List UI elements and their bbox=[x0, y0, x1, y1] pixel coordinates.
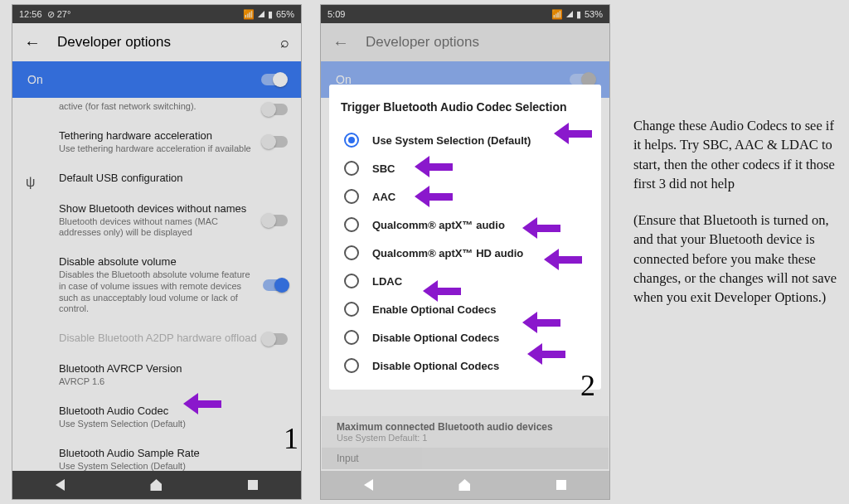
page-title: Developer options bbox=[57, 34, 264, 51]
dimmed-row: Input bbox=[322, 448, 609, 469]
status-right: 📶▮65% bbox=[243, 9, 294, 20]
list-item-audio-codec[interactable]: Bluetooth Audio Codec Use System Selecti… bbox=[12, 396, 301, 439]
annotation-arrow bbox=[415, 156, 454, 177]
annotation-arrow bbox=[522, 217, 562, 239]
status-right: 📶▮53% bbox=[551, 9, 603, 20]
item-subtitle: active (for fast network switching). bbox=[59, 101, 288, 113]
annotation-arrow bbox=[544, 249, 584, 270]
switch[interactable] bbox=[263, 104, 288, 115]
app-bar: ← Developer options bbox=[321, 23, 609, 61]
option-label: AAC bbox=[372, 191, 395, 203]
switch bbox=[263, 333, 288, 345]
back-icon: ← bbox=[332, 33, 349, 52]
usb-icon: ψ bbox=[26, 175, 35, 190]
list-item-usb[interactable]: ψ Default USB configuration bbox=[12, 163, 301, 194]
instructions-p2: (Ensure that Bluetooth is turned on, and… bbox=[633, 211, 842, 308]
nav-recent-icon[interactable] bbox=[556, 480, 566, 490]
radio-icon bbox=[344, 161, 359, 176]
option-label: Qualcomm® aptX™ HD audio bbox=[372, 247, 523, 259]
nav-bar bbox=[12, 471, 301, 499]
status-bar: 12:56 ⊘ 27° 📶▮65% bbox=[12, 5, 301, 23]
radio-icon bbox=[344, 245, 359, 260]
master-toggle[interactable] bbox=[261, 74, 286, 85]
item-title: Bluetooth AVRCP Version bbox=[59, 362, 288, 375]
status-time: 5:09 bbox=[327, 9, 345, 19]
instructions-text: Change these Audio Codecs to see if it h… bbox=[633, 116, 842, 324]
instructions-p1: Change these Audio Codecs to see if it h… bbox=[633, 116, 842, 194]
item-title: Bluetooth Audio Sample Rate bbox=[59, 447, 288, 459]
option-label: Disable Optional Codecs bbox=[372, 332, 499, 344]
radio-icon bbox=[344, 302, 359, 317]
option-label: Disable Optional Codecs bbox=[372, 360, 499, 372]
list-item-a2dp: Disable Bluetooth A2DP hardware offload bbox=[12, 323, 301, 354]
app-bar: ← Developer options ⌕ bbox=[12, 23, 301, 61]
radio-icon bbox=[344, 133, 359, 148]
item-subtitle: Use System Selection (Default) bbox=[59, 419, 288, 430]
master-toggle-bar[interactable]: On bbox=[12, 61, 301, 98]
radio-option-default[interactable]: Use System Selection (Default) bbox=[341, 126, 589, 154]
radio-icon bbox=[344, 358, 359, 373]
status-bar: 5:09 📶▮53% bbox=[321, 5, 609, 23]
item-title: Disable Bluetooth A2DP hardware offload bbox=[59, 332, 288, 344]
item-subtitle: AVRCP 1.6 bbox=[59, 376, 288, 388]
option-label: Qualcomm® aptX™ audio bbox=[372, 219, 505, 231]
item-title: Tethering hardware acceleration bbox=[59, 129, 288, 142]
status-battery: 53% bbox=[585, 9, 603, 19]
annotation-arrow bbox=[554, 123, 594, 144]
list-item-tethering[interactable]: Tethering hardware acceleration Use teth… bbox=[12, 121, 301, 163]
annotation-number-1: 1 bbox=[284, 421, 298, 456]
radio-icon bbox=[344, 330, 359, 345]
dialog-title: Trigger Bluetooth Audio Codec Selection bbox=[341, 99, 589, 114]
option-label: Enable Optional Codecs bbox=[372, 303, 497, 316]
annotation-arrow bbox=[183, 393, 223, 414]
nav-bar bbox=[321, 471, 609, 499]
list-item-abs-volume[interactable]: Disable absolute volume Disables the Blu… bbox=[12, 247, 301, 323]
list-item-show-bt[interactable]: Show Bluetooth devices without names Blu… bbox=[12, 194, 301, 248]
status-temp: 27° bbox=[57, 9, 71, 19]
list-item-avrcp[interactable]: Bluetooth AVRCP Version AVRCP 1.6 bbox=[12, 354, 301, 396]
annotation-arrow bbox=[522, 312, 562, 333]
back-icon[interactable]: ← bbox=[24, 33, 41, 52]
nav-back-icon[interactable] bbox=[56, 479, 65, 491]
radio-icon bbox=[344, 274, 359, 288]
option-label: LDAC bbox=[372, 275, 402, 288]
item-title: Disable absolute volume bbox=[59, 255, 288, 268]
on-label: On bbox=[27, 73, 43, 86]
radio-option-sbc[interactable]: SBC bbox=[341, 154, 589, 182]
annotation-arrow bbox=[415, 186, 454, 207]
nav-recent-icon[interactable] bbox=[248, 480, 258, 490]
item-subtitle: Bluetooth devices without names (MAC add… bbox=[59, 216, 288, 240]
item-title: Input bbox=[337, 453, 594, 464]
item-title: Default USB configuration bbox=[59, 172, 288, 184]
nav-home-icon[interactable] bbox=[458, 479, 470, 491]
search-icon[interactable]: ⌕ bbox=[280, 34, 289, 51]
screenshot-1: 12:56 ⊘ 27° 📶▮65% ← Developer options ⌕ … bbox=[12, 4, 302, 500]
nav-back-icon[interactable] bbox=[364, 479, 373, 491]
switch[interactable] bbox=[263, 136, 288, 148]
annotation-arrow bbox=[423, 280, 463, 302]
page-title: Developer options bbox=[366, 34, 598, 51]
radio-icon bbox=[344, 217, 359, 232]
annotation-arrow bbox=[527, 343, 567, 365]
radio-icon bbox=[344, 189, 359, 204]
annotation-number-2: 2 bbox=[580, 368, 595, 403]
item-subtitle: Use tethering hardware acceleration if a… bbox=[59, 143, 288, 155]
dimmed-row: Maximum connected Bluetooth audio device… bbox=[322, 416, 609, 448]
option-label: Use System Selection (Default) bbox=[372, 134, 531, 147]
item-title: Bluetooth Audio Codec bbox=[59, 405, 288, 417]
status-battery: 65% bbox=[276, 9, 294, 19]
nav-home-icon[interactable] bbox=[150, 479, 162, 491]
item-title: Show Bluetooth devices without names bbox=[59, 202, 288, 215]
radio-option-ldac[interactable]: LDAC bbox=[341, 267, 589, 295]
item-title: Maximum connected Bluetooth audio device… bbox=[337, 421, 594, 433]
switch[interactable] bbox=[263, 279, 288, 291]
switch[interactable] bbox=[263, 215, 288, 226]
option-label: SBC bbox=[372, 162, 395, 175]
status-time: 12:56 bbox=[19, 9, 42, 19]
radio-option-aac[interactable]: AAC bbox=[341, 182, 589, 211]
item-subtitle: Use System Default: 1 bbox=[337, 433, 594, 443]
settings-list: active (for fast network switching). Tet… bbox=[12, 98, 301, 480]
list-item[interactable]: active (for fast network switching). bbox=[12, 98, 301, 121]
item-subtitle: Disables the Bluetooth absolute volume f… bbox=[59, 269, 288, 315]
